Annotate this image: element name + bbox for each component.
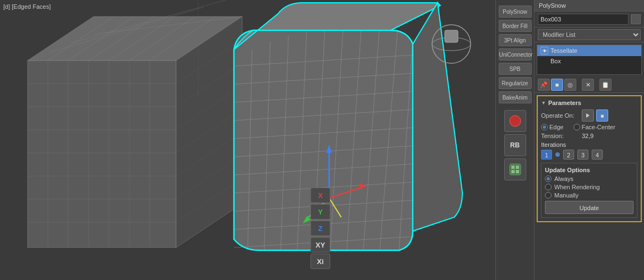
show-geometry-btn[interactable]: ■ (551, 79, 563, 91)
tension-label: Tension: (541, 133, 580, 139)
iterations-label: Iterations (541, 141, 637, 148)
when-rendering-radio-dot[interactable] (545, 184, 552, 190)
update-button[interactable]: Update (545, 201, 634, 214)
edge-radio[interactable]: Edge (541, 124, 564, 130)
iter-2-btn[interactable]: 2 (563, 150, 574, 160)
bakeanim-btn[interactable]: BakeAnim (499, 91, 532, 103)
iter-4-btn[interactable]: 4 (592, 150, 603, 160)
borderfill-btn[interactable]: Border Fill (499, 20, 532, 32)
box-operate-btn[interactable]: ■ (596, 109, 608, 122)
iter-3-btn[interactable]: 3 (577, 150, 588, 160)
parameters-section: ▼ Parameters Operate On: ■ Edge Face-Cen… (537, 95, 642, 222)
pin-modifier-btn[interactable]: 📌 (538, 79, 550, 91)
arrow-operate-btn[interactable] (582, 109, 594, 122)
modifier-name-tessellate: Tessellate (550, 47, 577, 54)
modifier-stack: 👁 Tessellate Box (537, 45, 642, 75)
manually-radio-dot[interactable] (545, 192, 552, 199)
copy-modifier-btn[interactable]: 📋 (599, 79, 612, 91)
nav-xi-btn[interactable]: Xi (310, 254, 330, 269)
object-name-row (534, 12, 644, 28)
svg-rect-72 (516, 170, 519, 173)
edge-radio-dot[interactable] (541, 124, 548, 130)
section-triangle: ▼ (541, 100, 546, 106)
manually-option[interactable]: Manually (545, 192, 634, 199)
delete-modifier-btn[interactable]: ✕ (582, 79, 594, 91)
tension-row: Tension: 32,9 (541, 133, 637, 139)
svg-rect-71 (511, 170, 515, 173)
spb-btn[interactable]: SPB (499, 63, 532, 75)
operate-on-label: Operate On: (541, 112, 580, 119)
modifier-tessellate[interactable]: 👁 Tessellate (537, 45, 641, 56)
icon-btn-3[interactable] (504, 158, 526, 180)
modifier-name-box: Box (550, 58, 561, 64)
svg-marker-73 (586, 113, 590, 118)
plugin-bar: PolySnow Border Fill 3Pt Align UniConnec… (495, 0, 534, 280)
viewport-label: [d] [Edged Faces] (3, 3, 51, 10)
icon-btn-rb[interactable]: RB (504, 134, 526, 156)
update-options: Update Options Always When Rendering Man… (541, 163, 637, 218)
regularize-btn[interactable]: Regularize (499, 77, 532, 89)
always-radio-dot[interactable] (545, 175, 552, 182)
3ptalign-btn[interactable]: 3Pt Align (499, 34, 532, 46)
polysnow-btn[interactable]: PolySnow (499, 6, 532, 18)
uniconnector-btn[interactable]: UniConnector (499, 48, 532, 61)
parameters-title: ▼ Parameters (541, 100, 637, 106)
modifier-list-select[interactable]: Modifier List (538, 29, 641, 40)
operate-on-row: Operate On: ■ (541, 109, 637, 122)
right-panel: PolySnow Modifier List 👁 Tessellate Box … (534, 0, 644, 280)
icon-btn-1[interactable] (504, 110, 526, 132)
modifier-eye-tessellate[interactable]: 👁 (541, 47, 548, 54)
face-center-radio-dot[interactable] (574, 124, 580, 130)
iterations-row: 1 2 3 4 (541, 150, 637, 160)
iter-1-dot (555, 152, 560, 157)
nav-z-btn[interactable]: Z (310, 221, 330, 236)
nav-y-btn[interactable]: Y (310, 204, 330, 219)
face-center-radio[interactable]: Face-Center (574, 124, 615, 130)
svg-point-67 (510, 116, 521, 127)
svg-rect-70 (516, 166, 519, 169)
nav-x-btn[interactable]: X (310, 188, 330, 203)
always-option[interactable]: Always (545, 175, 634, 182)
modifier-box[interactable]: Box (537, 56, 641, 66)
object-name-input[interactable] (538, 14, 629, 25)
object-color-swatch[interactable] (631, 14, 641, 24)
nav-xy-btn[interactable]: XY (310, 237, 330, 252)
panel-header: PolySnow (534, 0, 644, 12)
svg-rect-65 (445, 30, 458, 42)
viewport[interactable]: [d] [Edged Faces] (0, 0, 495, 280)
modifier-toolbar: 📌 ■ ◎ ✕ 📋 (534, 77, 644, 93)
tension-value: 32,9 (582, 133, 593, 139)
modifier-list-row: Modifier List (534, 28, 644, 42)
iter-1-btn[interactable]: 1 (541, 150, 552, 160)
show-result-btn[interactable]: ◎ (564, 79, 576, 91)
when-rendering-option[interactable]: When Rendering (545, 184, 634, 190)
svg-marker-1 (28, 61, 176, 248)
edge-face-row: Edge Face-Center (541, 124, 637, 130)
update-options-title: Update Options (545, 167, 634, 173)
svg-rect-69 (511, 166, 515, 169)
